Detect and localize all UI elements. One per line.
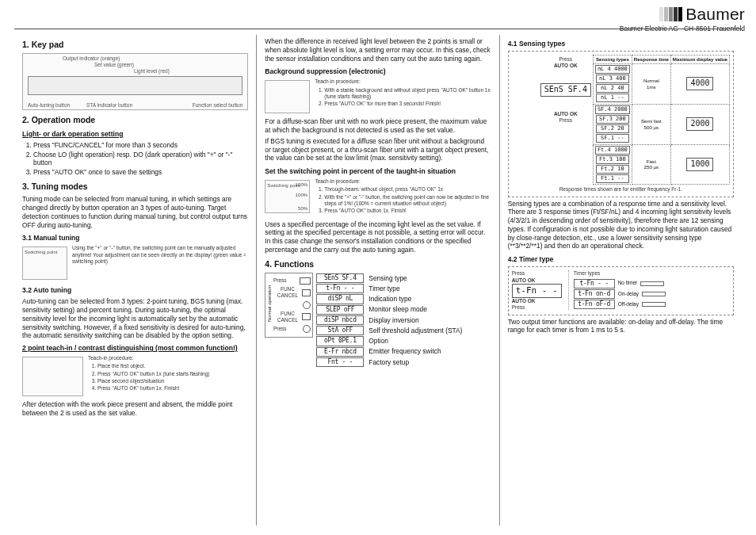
h-tuning: 3. Tuning modes [22, 182, 248, 192]
brand-bars-icon [659, 7, 682, 21]
sens-note: Response times shown are for emitter fre… [512, 186, 730, 193]
h-bgs: Background suppression (electronic) [265, 67, 491, 76]
bgs-teach-title: Teach-in procedure: [315, 78, 491, 85]
lcd: oPt 0PE.1 [316, 336, 364, 346]
teach2-diagram [22, 357, 83, 396]
teach2-step: Place the first object. [97, 363, 248, 369]
h-op: 2. Operation mode [22, 115, 248, 125]
teach2-step: Press "AUTO OK" button 1x (tune starts f… [97, 371, 248, 377]
divider [14, 29, 742, 29]
page: Baumer Baumer Electric AG · CH-8501 Frau… [0, 0, 756, 535]
pct-step: With the "+" or "-" button, the switchin… [324, 194, 491, 208]
h-functions: 4. Functions [265, 259, 491, 269]
func-label: Display inversion [368, 316, 418, 325]
bgs-step: With a stable background and without obj… [324, 87, 491, 101]
timer-text: Two output timer functions are available… [508, 318, 734, 335]
pct-step: Press "AUTO OK" button 1x. Finish! [324, 208, 491, 214]
lcd: Fnt - - [316, 357, 364, 367]
h-sensing-types: 4.1 Sensing types [508, 40, 734, 48]
bgs-p2: If BGS tuning is executed for a diffuse … [265, 137, 491, 162]
functions-list: SEnS SF.4Sensing type t-Fn - -Timer type… [316, 273, 491, 368]
col2-top: When the difference in received light le… [265, 37, 491, 63]
teach2-step: Place second object/situation [97, 378, 248, 384]
func-label: Emitter frequency switch [368, 347, 441, 356]
op-sub: Light- or dark operation setting [22, 130, 248, 139]
auto-text: Auto-tuning can be selected from 3 types… [22, 297, 248, 340]
ann-func-btn: Function select button [193, 102, 243, 109]
lcd: t-Fn - - [512, 284, 562, 298]
lcd: SEnS SF.4 [540, 83, 591, 97]
sensing-table-box: Press AUTO OK SEnS SF.4 AUTO OK Press Se… [508, 51, 734, 197]
teach2-step: Press "AUTO OK" button 1x. Finish! [97, 385, 248, 392]
sensing-table: Press AUTO OK SEnS SF.4 AUTO OK Press Se… [539, 55, 730, 185]
ann-set-val: Set value (green) [94, 62, 134, 68]
teach2-title: Teach-in procedure: [88, 355, 248, 361]
lcd: StA oFF [316, 326, 364, 335]
lcd: diSP nbcd [316, 315, 364, 325]
func-label: Sensing type [368, 274, 407, 283]
h-manual: 3.1 Manual tuning [22, 234, 248, 243]
brand-name: Baumer [685, 5, 745, 24]
func-label: Factory setup [368, 358, 409, 367]
lcd: SLEP oFF [316, 305, 364, 315]
bgs-p1: For a diffuse-scan fiber unit with no wo… [265, 117, 491, 135]
manual-diagram: Switching point [22, 246, 67, 280]
lcd: t-Fn - - [316, 284, 364, 293]
lcd: diSP nL [316, 294, 364, 304]
func-label: Timer type [368, 285, 399, 293]
pct-tail: Uses a specified percentage of the incom… [265, 220, 491, 254]
pct-teach-title: Teach-in procedure: [315, 178, 491, 185]
func-label: Monitor sleep mode [368, 305, 427, 314]
lcd: SEnS SF.4 [316, 273, 364, 283]
op-step: Press "FUNC/CANCEL" for more than 3 seco… [33, 141, 248, 150]
timer-box: Press AUTO OK t-Fn - - AUTO OK Press Tim… [508, 266, 734, 315]
op-step: Press "AUTO OK" once to save the setting… [33, 168, 248, 177]
op-step: Choose LO (light operation) resp. DO (da… [33, 151, 248, 168]
sens-text: Sensing types are a combination of a res… [508, 200, 734, 251]
column-2: When the difference in received light le… [256, 35, 498, 525]
pct-step: Through-beam: without object, press "AUT… [324, 186, 491, 193]
ann-sta: STA indicator button [86, 102, 132, 109]
lcd: E-Fr nbcd [316, 347, 364, 357]
h-keypad: 1. Key pad [22, 40, 248, 50]
func-label: Self threshold adjustment (STA) [368, 327, 462, 335]
h-pct: Set the switching point in percent of th… [265, 167, 491, 176]
func-label: Indication type [368, 295, 411, 304]
tuning-intro: Tuning mode can be selected from manual … [22, 195, 248, 229]
bgs-diagram [265, 80, 310, 113]
keypad-diagram: Output indicator (orange) Set value (gre… [22, 53, 248, 110]
manual-text: Using the "+" or "-" button, the switchi… [72, 245, 248, 265]
h-2pt: 2 point teach-in / contrast distinguishi… [22, 344, 248, 353]
pct-diagram: 100% 100% 50% Switching point [265, 180, 310, 213]
timer-head: Timer types [574, 270, 666, 277]
col1-tail: After detection with the work piece pres… [22, 400, 248, 418]
bgs-step: Press "AUTO OK" for more than 3 seconds!… [324, 101, 491, 107]
h-timer: 4.2 Timer type [508, 255, 734, 264]
column-3: 4.1 Sensing types Press AUTO OK SEnS SF.… [499, 35, 742, 525]
ann-auto-tuning: Auto-tuning button [28, 102, 70, 109]
column-1: 1. Key pad Output indicator (orange) Set… [14, 35, 256, 525]
ann-light-lvl: Light level (red) [134, 68, 170, 75]
func-side-panel: Normal operation Press FUNC CANCEL FUNC … [265, 273, 313, 338]
op-steps: Press "FUNC/CANCEL" for more than 3 seco… [33, 141, 248, 177]
func-label: Option [368, 337, 388, 346]
h-auto: 3.2 Auto tuning [22, 286, 248, 295]
